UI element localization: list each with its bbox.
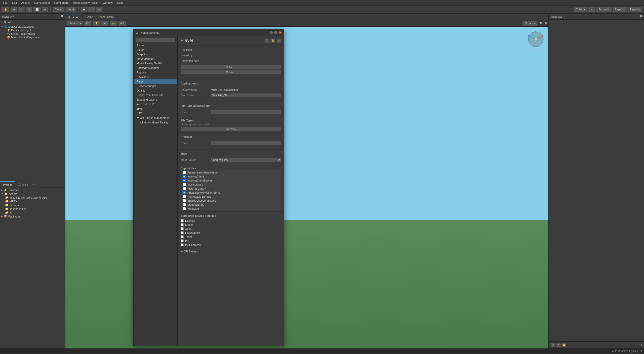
inspector-btn-2[interactable]: △ [556, 343, 561, 347]
tool-rect[interactable]: ⬜ [33, 7, 41, 12]
capability-checkbox[interactable] [183, 171, 186, 174]
tab-game[interactable]: Game [83, 14, 96, 20]
mode-2d[interactable]: 2D [84, 21, 92, 26]
scene-grid[interactable]: # 0 [118, 21, 126, 26]
capability-checkbox[interactable] [183, 179, 186, 182]
device-family-checkbox[interactable] [181, 219, 184, 222]
dialog-minimize[interactable]: — [269, 31, 273, 34]
tree-assets[interactable]: ▼ 📁 Assets [0, 192, 65, 196]
sidebar-textmesh[interactable]: ▶ TextMesh Pro [134, 102, 177, 107]
inspector-menu[interactable]: ☰ [639, 15, 642, 18]
device-family-checkbox[interactable] [181, 239, 184, 242]
add-new-button[interactable]: Add New [181, 127, 281, 131]
lock-icon-btn[interactable]: 🔒 [270, 38, 275, 43]
tool-transform[interactable]: ⊕ [42, 7, 48, 12]
tree-packages[interactable]: ▶ 📦 Packages [0, 214, 65, 218]
collab-button[interactable]: Collab ▾ [574, 7, 587, 12]
sidebar-time[interactable]: Time [134, 107, 177, 111]
hierarchy-menu[interactable]: ☰ [61, 15, 63, 18]
fta-name-input[interactable] [211, 110, 281, 114]
sidebar-player[interactable]: Player [134, 79, 177, 84]
create-button[interactable]: Create... [181, 70, 281, 74]
menu-gameobject[interactable]: GameObject [32, 1, 52, 5]
settings-search[interactable] [136, 38, 175, 42]
menu-window[interactable]: Window [101, 1, 114, 5]
sidebar-preset-manager[interactable]: Preset Manager [134, 84, 177, 88]
capability-checkbox[interactable] [183, 207, 186, 210]
sidebar-input-manager[interactable]: Input Manager [134, 57, 177, 61]
hierarchy-item-light[interactable]: 💡 Directional Light [0, 28, 65, 32]
input-source-select[interactable]: Core Window [211, 158, 281, 162]
menu-mixed-reality[interactable]: Mixed Reality Toolkit [71, 1, 100, 5]
scene-content[interactable]: ← Persp ⚙ Project Settings — □ ✕ [65, 27, 548, 348]
dialog-maximize[interactable]: □ [274, 31, 277, 34]
tool-rotate[interactable]: ↺ [18, 7, 25, 12]
sidebar-graphics[interactable]: Graphics [134, 52, 177, 57]
menu-file[interactable]: File [1, 1, 10, 5]
sidebar-xr[interactable]: ▼ XR Plug-in Management [134, 116, 177, 120]
tool-hand[interactable]: ✋ [2, 7, 10, 12]
hierarchy-item-root[interactable]: ▼ 🌐 MultiUserCapabilities [0, 25, 65, 28]
layers-button[interactable]: Layers ▾ [613, 7, 627, 12]
tree-textmesh[interactable]: 📁 TextMesh Pro [0, 207, 65, 211]
menu-component[interactable]: Component [52, 1, 70, 5]
hierarchy-item-mrtk[interactable]: 🔧 MixedRealityToolkit [0, 32, 65, 35]
pivot-center[interactable]: Center [53, 7, 65, 12]
device-family-checkbox[interactable] [181, 231, 184, 234]
gizmo-widget[interactable]: ← Persp [526, 29, 546, 49]
device-family-checkbox[interactable] [181, 243, 184, 246]
device-family-checkbox[interactable] [181, 223, 184, 226]
sidebar-script-execution[interactable]: Script Execution Order [134, 93, 177, 97]
sidebar-editor[interactable]: Editor [134, 48, 177, 52]
sidebar-tags-layers[interactable]: Tags and Layers [134, 97, 177, 102]
capabilities-scroll[interactable]: EnterpriseAuthenticationInternetClientIn… [181, 170, 281, 210]
capability-checkbox[interactable] [183, 191, 186, 194]
play-button[interactable]: ▶ [80, 7, 88, 12]
sidebar-mixed-reality[interactable]: Mixed Reality Toolkit [134, 61, 177, 66]
tree-xr[interactable]: 📁 XR [0, 211, 65, 214]
sidebar-audio[interactable]: Audio [134, 43, 177, 48]
sidebar-windows-mr[interactable]: Windows Mixed Reality [134, 120, 177, 125]
step-button[interactable]: ⏭ [96, 7, 103, 12]
xr-settings[interactable]: ▶ XR Settings [178, 248, 284, 254]
layout-button[interactable]: Layout ▾ [628, 7, 642, 12]
tab-scene[interactable]: Scene [65, 14, 83, 20]
dialog-close[interactable]: ✕ [278, 31, 282, 34]
select-button[interactable]: Select... [181, 65, 281, 69]
capability-checkbox[interactable] [183, 199, 186, 202]
scene-light[interactable]: 💡 [93, 21, 100, 26]
tree-favorites[interactable]: ▶ ⭐ Favorites [0, 188, 65, 192]
shading-select[interactable]: Shaded [66, 21, 83, 26]
sidebar-physics[interactable]: Physics [134, 70, 177, 75]
tab-console[interactable]: Console [15, 181, 31, 188]
settings-icon-btn[interactable]: ⚙ [276, 38, 281, 43]
tab-project[interactable]: Project [0, 181, 15, 188]
scene-fx[interactable]: ✨ [110, 21, 117, 26]
sidebar-package-manager[interactable]: Package Manager [134, 66, 177, 70]
capability-checkbox[interactable] [183, 203, 186, 206]
tree-scenes[interactable]: 📁 Scenes [0, 203, 65, 207]
tool-scale[interactable]: ⊡ [26, 7, 32, 12]
sidebar-physics-2d[interactable]: Physics 2D [134, 75, 177, 79]
pivot-local[interactable]: Local [66, 7, 76, 12]
device-family-checkbox[interactable] [181, 227, 184, 230]
tree-mrtk[interactable]: 📁 MRTK [0, 199, 65, 203]
capability-checkbox[interactable] [183, 183, 186, 186]
tool-move[interactable]: ✛ [11, 7, 17, 12]
menu-assets[interactable]: Assets [19, 1, 32, 5]
hierarchy-all[interactable]: All [8, 21, 11, 24]
tab-asset-store[interactable]: Asset Store [96, 14, 117, 20]
cloud-button[interactable]: ☁ [588, 7, 595, 12]
menu-help[interactable]: Help [115, 1, 125, 5]
help-icon-btn[interactable]: ? [264, 38, 269, 43]
pause-button[interactable]: ⏸ [88, 7, 95, 12]
account-button[interactable]: Account ▾ [596, 7, 612, 12]
capability-checkbox[interactable] [183, 195, 186, 198]
menu-edit[interactable]: Edit [10, 1, 19, 5]
hierarchy-search[interactable]: 🔍 [4, 21, 7, 24]
scene-audio[interactable]: 🔊 [101, 21, 109, 26]
inspector-btn-1[interactable]: ◁ [551, 343, 555, 347]
hierarchy-add[interactable]: + [1, 20, 3, 24]
sidebar-vfx[interactable]: VFX [134, 111, 177, 116]
description-input[interactable] [211, 93, 281, 97]
